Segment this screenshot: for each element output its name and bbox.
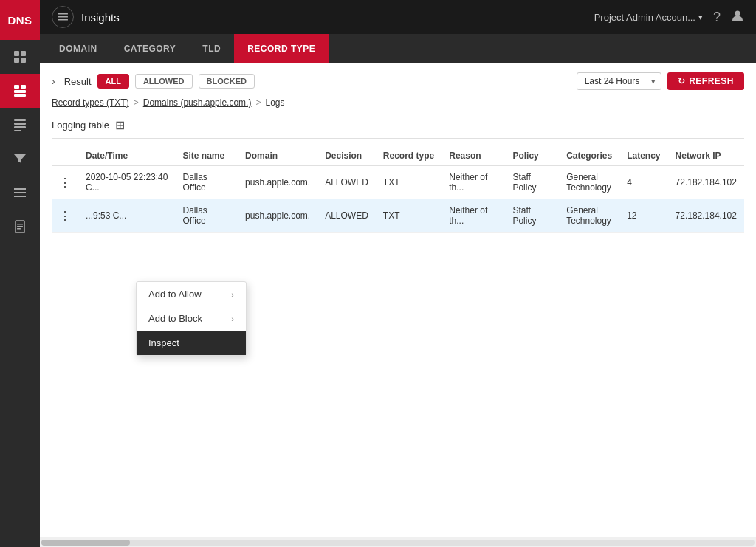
context-add-block-label: Add to Block [148,313,202,324]
svg-point-22 [735,10,740,16]
user-icon[interactable] [731,9,744,26]
breadcrumb-record-types[interactable]: Record types (TXT) [52,97,129,108]
tab-tld[interactable]: TLD [189,34,234,63]
svg-rect-0 [14,51,19,56]
col-decision: Decision [317,146,376,166]
svg-rect-6 [14,90,26,93]
col-domain: Domain [238,146,317,166]
col-latency: Latency [619,146,667,166]
breadcrumb-sep1: > [134,97,139,108]
app-logo: DNS [0,0,40,40]
admin-account-button[interactable]: Project Admin Accoun... ▾ [594,12,703,23]
sidebar-item-filter[interactable] [0,142,40,176]
table-grid-icon[interactable]: ⊞ [115,118,125,132]
sidebar-item-list[interactable] [0,176,40,210]
svg-rect-7 [14,94,26,97]
context-add-to-block[interactable]: Add to Block › [137,306,246,331]
filter-allowed-button[interactable]: ALLOWED [135,74,193,89]
result-label: Result [64,76,92,87]
table-row: ⋮ 2020-10-05 22:23:40 C... Dallas Office… [52,166,744,199]
scrollbar-track [41,540,755,546]
context-add-to-allow[interactable]: Add to Allow › [137,282,246,306]
top-header: Insights Project Admin Accoun... ▾ ? [40,0,756,34]
breadcrumb-domains[interactable]: Domains (push.apple.com.) [143,97,252,108]
row-domain-2: push.apple.com. [238,199,317,233]
time-select[interactable]: Last 24 Hours Last 7 Days Last 30 Days [577,72,662,90]
row-reason-1: Neither of th... [441,166,505,199]
svg-rect-21 [58,19,68,21]
svg-rect-8 [14,119,26,121]
section-title: Logging table ⊞ [52,118,744,139]
svg-rect-19 [58,13,68,15]
filter-blocked-button[interactable]: BLOCKED [199,74,255,89]
table-body: ⋮ 2020-10-05 22:23:40 C... Dallas Office… [52,166,744,233]
row-networkip-1: 72.182.184.102 [668,166,744,199]
help-icon[interactable]: ? [713,10,721,25]
svg-rect-16 [17,224,23,225]
horizontal-scrollbar[interactable] [40,537,756,547]
context-inspect-label: Inspect [148,337,179,348]
col-recordtype: Record type [376,146,441,166]
admin-account-label: Project Admin Accoun... [594,12,695,23]
log-table: Date/Time Site name Domain Decision Reco… [52,146,744,233]
row-menu-2[interactable]: ⋮ [52,199,78,233]
chevron-down-icon: ▾ [698,13,703,22]
svg-rect-1 [21,51,26,56]
sidebar-item-grid[interactable] [0,40,40,74]
col-menu [52,146,78,166]
tab-domain[interactable]: DOMAIN [46,34,111,63]
hamburger-button[interactable] [52,6,74,28]
row-reason-2: Neither of th... [441,199,505,233]
refresh-label: REFRESH [689,76,734,86]
breadcrumb-sep2: > [255,97,261,108]
svg-rect-13 [14,192,26,193]
content-area: › Result ALL ALLOWED BLOCKED Last 24 Hou… [40,63,756,537]
refresh-button[interactable]: ↻ REFRESH [667,72,744,90]
time-select-wrap: Last 24 Hours Last 7 Days Last 30 Days [577,72,662,90]
tab-category[interactable]: CATEGORY [111,34,190,63]
header-title-area: Insights [52,6,120,28]
row-datetime-2: ...9:53 C... [78,199,176,233]
svg-rect-3 [21,58,26,63]
nav-tabs: DOMAIN CATEGORY TLD RECORD TYPE [40,34,756,63]
row-decision-2: ALLOWED [317,199,376,233]
scrollbar-thumb [41,540,130,546]
row-policy-1: Staff Policy [505,166,559,199]
svg-rect-9 [14,123,26,125]
row-domain-1: push.apple.com. [238,166,317,199]
main-area: Insights Project Admin Accoun... ▾ ? DOM… [40,0,756,547]
filter-all-button[interactable]: ALL [97,74,129,89]
sidebar: DNS [0,0,40,547]
header-right: Project Admin Accoun... ▾ ? [594,9,744,26]
sidebar-item-docs[interactable] [0,210,40,244]
breadcrumb: Record types (TXT) > Domains (push.apple… [52,97,744,108]
context-menu: Add to Allow › Add to Block › Inspect [136,281,247,356]
chevron-right-icon-2: › [231,314,234,323]
svg-rect-11 [14,130,21,131]
breadcrumb-logs: Logs [265,97,284,108]
row-menu-1[interactable]: ⋮ [52,166,78,199]
svg-rect-2 [14,58,19,63]
row-categories-1: GeneralTechnology [559,166,619,199]
row-recordtype-1: TXT [376,166,441,199]
col-categories: Categories [559,146,619,166]
svg-rect-12 [14,188,26,190]
svg-rect-5 [21,85,26,89]
col-networkip: Network IP [668,146,744,166]
expand-icon[interactable]: › [52,75,55,87]
tab-record-type[interactable]: RECORD TYPE [234,34,329,63]
row-decision-1: ALLOWED [317,166,376,199]
table-row: ⋮ ...9:53 C... Dallas Office push.apple.… [52,199,744,233]
svg-rect-17 [17,226,23,227]
svg-rect-4 [14,85,19,89]
context-inspect[interactable]: Inspect [137,331,246,355]
svg-rect-20 [58,16,68,18]
sidebar-item-dashboard[interactable] [0,74,40,108]
row-categories-2: GeneralTechnology [559,199,619,233]
col-policy: Policy [505,146,559,166]
col-datetime: Date/Time [78,146,176,166]
sidebar-item-table[interactable] [0,108,40,142]
row-sitename-1: Dallas Office [176,166,238,199]
col-reason: Reason [441,146,505,166]
row-latency-1: 4 [619,166,667,199]
